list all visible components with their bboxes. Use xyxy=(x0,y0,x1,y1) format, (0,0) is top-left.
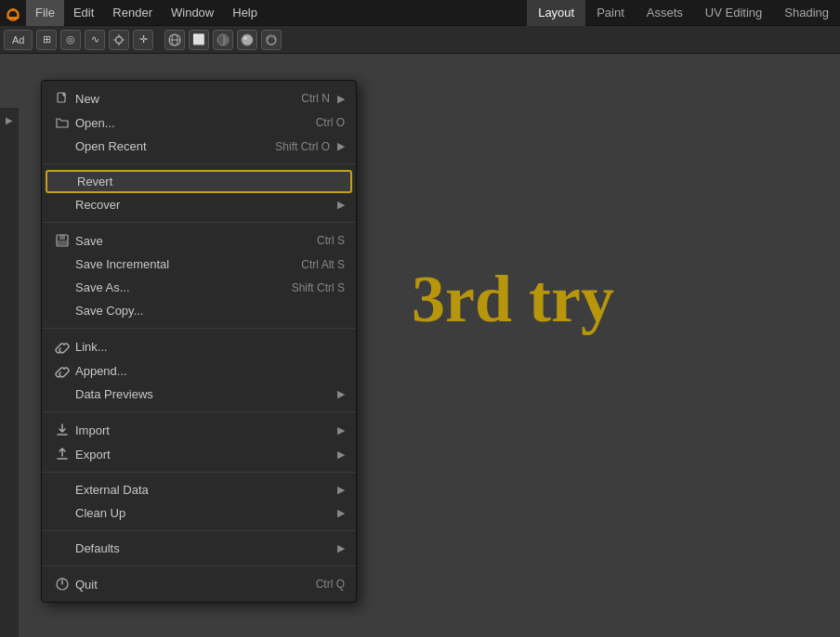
import-label: Import xyxy=(75,423,330,437)
defaults-arrow: ▶ xyxy=(337,542,345,554)
main-big-text: 3rd try xyxy=(412,261,614,338)
data-prev-arrow: ▶ xyxy=(337,388,345,400)
save-as-shortcut: Shift Ctrl S xyxy=(292,281,345,294)
import-icon xyxy=(53,422,72,437)
dropdown-section-7: Defaults ▶ xyxy=(42,535,356,562)
recover-label: Recover xyxy=(75,198,330,212)
menu-save-incremental[interactable]: Save Incremental Ctrl Alt S xyxy=(42,253,356,276)
menu-revert[interactable]: Revert xyxy=(46,170,352,193)
add-button[interactable]: Ad xyxy=(4,30,33,50)
menu-render[interactable]: Render xyxy=(103,0,162,26)
append-icon xyxy=(53,363,72,378)
divider-3 xyxy=(42,328,356,329)
add-label: Ad xyxy=(12,34,24,46)
export-arrow: ▶ xyxy=(337,448,345,461)
tab-assets[interactable]: Assets xyxy=(636,0,694,26)
quit-icon xyxy=(53,577,72,592)
viewport-icon[interactable]: ⬜ xyxy=(189,30,209,50)
revert-label: Revert xyxy=(77,175,343,188)
menu-clean-up[interactable]: Clean Up ▶ xyxy=(42,501,356,525)
divider-4 xyxy=(42,411,356,412)
recover-arrow: ▶ xyxy=(337,199,345,211)
menu-open-recent[interactable]: Open Recent Shift Ctrl O ▶ xyxy=(42,135,356,158)
main-area: ▶ 3rd try New Ctrl N ▶ xyxy=(0,54,840,637)
menu-edit[interactable]: Edit xyxy=(64,0,103,26)
wave-icon[interactable]: ∿ xyxy=(85,30,105,50)
dropdown-section-4: Link... Append... Data Previews ▶ xyxy=(42,332,356,408)
save-icon xyxy=(53,233,72,248)
menu-link[interactable]: Link... xyxy=(42,334,356,358)
menu-defaults[interactable]: Defaults ▶ xyxy=(42,537,356,560)
tab-shading[interactable]: Shading xyxy=(773,0,840,26)
menu-save-as[interactable]: Save As... Shift Ctrl S xyxy=(42,276,356,299)
save-inc-shortcut: Ctrl Alt S xyxy=(301,258,345,271)
sphere-dark-icon[interactable] xyxy=(213,30,233,50)
tab-uv-editing[interactable]: UV Editing xyxy=(694,0,773,26)
globe-icon[interactable] xyxy=(164,30,185,50)
link-label: Link... xyxy=(75,340,345,354)
menu-external-data[interactable]: External Data ▶ xyxy=(42,478,356,501)
save-as-label: Save As... xyxy=(75,280,292,294)
open-recent-arrow: ▶ xyxy=(337,140,345,152)
tabs-area: Layout Paint Assets UV Editing Shading xyxy=(527,0,840,26)
menu-recover[interactable]: Recover ▶ xyxy=(42,193,356,216)
menu-new[interactable]: New Ctrl N ▶ xyxy=(42,86,356,110)
menu-import[interactable]: Import ▶ xyxy=(42,418,356,442)
blender-logo[interactable] xyxy=(0,0,26,26)
menu-help[interactable]: Help xyxy=(223,0,267,26)
new-arrow: ▶ xyxy=(337,93,345,105)
tab-layout[interactable]: Layout xyxy=(527,0,585,26)
tab-paint[interactable]: Paint xyxy=(585,0,636,26)
menu-window[interactable]: Window xyxy=(162,0,223,26)
menu-append[interactable]: Append... xyxy=(42,358,356,383)
menu-open[interactable]: Open... Ctrl O xyxy=(42,110,356,135)
external-data-label: External Data xyxy=(75,483,330,497)
dropdown-section-1: New Ctrl N ▶ Open... Ctrl O Open Recent … xyxy=(42,84,356,160)
layout-toggle[interactable]: ⊞ xyxy=(36,30,57,50)
dropdown-section-2: Revert Recover ▶ xyxy=(42,168,356,218)
sphere-light-icon[interactable] xyxy=(237,30,257,50)
dropdown-section-3: Save Ctrl S Save Incremental Ctrl Alt S … xyxy=(42,227,356,324)
svg-rect-13 xyxy=(59,235,65,240)
svg-point-1 xyxy=(11,7,14,10)
spacer-1 xyxy=(157,30,161,50)
camera-icon[interactable] xyxy=(109,30,129,50)
cursor-icon[interactable]: ✛ xyxy=(133,30,153,50)
new-icon xyxy=(53,91,72,106)
menu-file[interactable]: File xyxy=(26,0,64,26)
save-copy-label: Save Copy... xyxy=(75,304,345,318)
menu-export[interactable]: Export ▶ xyxy=(42,442,356,466)
open-label: Open... xyxy=(75,116,316,130)
left-bar: ▶ xyxy=(0,108,19,637)
menu-save[interactable]: Save Ctrl S xyxy=(42,228,356,253)
divider-5 xyxy=(42,472,356,473)
menu-save-copy[interactable]: Save Copy... xyxy=(42,299,356,322)
menu-bar: File Edit Render Window Help Layout Pain… xyxy=(0,0,840,26)
export-icon xyxy=(53,447,72,462)
file-dropdown: New Ctrl N ▶ Open... Ctrl O Open Recent … xyxy=(41,80,357,603)
import-arrow: ▶ xyxy=(337,424,345,436)
svg-rect-14 xyxy=(58,240,67,245)
clean-up-label: Clean Up xyxy=(75,506,330,520)
ext-data-arrow: ▶ xyxy=(337,484,345,496)
svg-point-9 xyxy=(243,36,247,40)
toolbar-row: Ad ⊞ ◎ ∿ ✛ ⬜ xyxy=(0,26,840,54)
left-bar-arrow[interactable]: ▶ xyxy=(1,111,18,128)
new-label: New xyxy=(75,92,301,106)
save-label: Save xyxy=(75,234,317,248)
extra-icon[interactable] xyxy=(261,30,282,50)
menu-data-previews[interactable]: Data Previews ▶ xyxy=(42,383,356,406)
menu-quit[interactable]: Quit Ctrl Q xyxy=(42,572,356,596)
cleanup-arrow: ▶ xyxy=(337,507,345,519)
dropdown-section-5: Import ▶ Export ▶ xyxy=(42,416,356,468)
divider-1 xyxy=(42,163,356,164)
link-icon xyxy=(53,339,72,354)
open-recent-shortcut: Shift Ctrl O xyxy=(275,140,330,153)
data-previews-label: Data Previews xyxy=(75,387,330,401)
new-shortcut: Ctrl N xyxy=(301,92,330,105)
open-folder-icon xyxy=(53,115,72,130)
dropdown-section-8: Quit Ctrl Q xyxy=(42,570,356,598)
export-label: Export xyxy=(75,448,330,462)
quit-shortcut: Ctrl Q xyxy=(316,578,345,591)
view-circle[interactable]: ◎ xyxy=(60,30,81,50)
